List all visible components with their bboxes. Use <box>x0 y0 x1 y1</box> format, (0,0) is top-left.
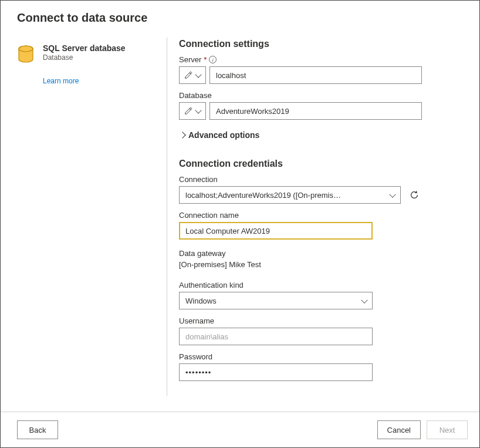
password-label: Password <box>179 352 422 361</box>
next-button: Next <box>427 420 468 439</box>
username-input[interactable] <box>179 328 373 345</box>
database-field: Database <box>179 91 422 120</box>
refresh-icon <box>409 190 420 200</box>
connection-name-input[interactable] <box>179 222 373 240</box>
chevron-down-icon <box>195 71 201 78</box>
chevron-right-icon <box>179 132 185 138</box>
cancel-button[interactable]: Cancel <box>377 420 421 439</box>
auth-kind-field: Authentication kind Windows <box>179 281 422 309</box>
server-input[interactable] <box>209 66 422 84</box>
database-input[interactable] <box>209 102 422 120</box>
data-gateway-label: Data gateway <box>179 249 422 258</box>
connection-credentials-heading: Connection credentials <box>179 159 422 169</box>
advanced-options-toggle[interactable]: Advanced options <box>179 130 422 140</box>
datasource-title: SQL Server database <box>43 43 126 53</box>
datasource-subtitle: Database <box>43 53 126 62</box>
pencil-icon <box>184 107 192 115</box>
username-field: Username <box>179 316 422 345</box>
data-gateway-value: [On-premises] Mike Test <box>179 260 422 269</box>
datasource-row: SQL Server database Database <box>17 43 167 66</box>
page-title: Connect to data source <box>17 11 463 25</box>
server-label: Server * i <box>179 55 422 64</box>
database-label: Database <box>179 91 422 100</box>
data-gateway-field: Data gateway [On-premises] Mike Test <box>179 249 422 269</box>
connection-name-label: Connection name <box>179 211 422 220</box>
database-icon <box>17 45 35 66</box>
auth-kind-label: Authentication kind <box>179 281 422 289</box>
page-header: Connect to data source <box>1 1 479 33</box>
server-field: Server * i <box>179 55 422 84</box>
refresh-button[interactable] <box>407 187 422 203</box>
connection-label: Connection <box>179 175 422 184</box>
connection-settings-heading: Connection settings <box>179 39 422 49</box>
back-button[interactable]: Back <box>17 420 58 439</box>
connection-select[interactable]: localhost;AdventureWorks2019 ([On-premis… <box>179 186 401 204</box>
pencil-icon <box>184 71 192 79</box>
learn-more-link[interactable]: Learn more <box>43 77 79 85</box>
sidebar: SQL Server database Database Learn more <box>17 38 167 412</box>
connection-field: Connection localhost;AdventureWorks2019 … <box>179 175 422 204</box>
password-input[interactable] <box>179 363 373 381</box>
database-edit-mode-button[interactable] <box>179 102 206 120</box>
username-label: Username <box>179 316 422 325</box>
vertical-divider <box>167 38 167 396</box>
main-panel: Connection settings Server * i Database <box>179 38 463 412</box>
footer: Back Cancel Next <box>1 412 479 447</box>
server-edit-mode-button[interactable] <box>179 66 206 84</box>
info-icon[interactable]: i <box>209 56 217 63</box>
chevron-down-icon <box>195 107 201 113</box>
auth-kind-select[interactable]: Windows <box>179 292 373 309</box>
required-asterisk: * <box>204 55 207 64</box>
datasource-text: SQL Server database Database <box>43 43 126 62</box>
content-area: SQL Server database Database Learn more … <box>1 33 479 412</box>
password-field: Password <box>179 352 422 381</box>
connection-name-field: Connection name <box>179 211 422 240</box>
